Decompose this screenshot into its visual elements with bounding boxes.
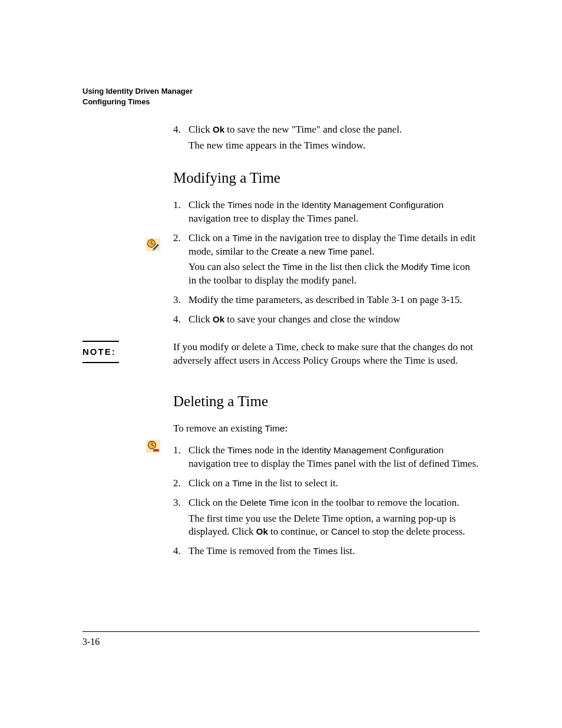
step-text: Click the Times node in the Identity Man… [189,444,480,471]
modify-time-icon [146,238,160,251]
running-head-line2: Configuring Times [82,97,480,107]
note-body: If you modify or delete a Time, check to… [173,341,480,368]
list-item: 4.Click Ok to save the new "Time" and cl… [173,123,480,153]
step-text: Click on a Time in the list to select it… [189,477,480,490]
step-number: 1. [173,444,189,471]
step-subtext: The first time you use the Delete Time o… [189,512,480,539]
list-item: 1.Click the Times node in the Identity M… [173,199,480,226]
list-item: 1.Click the Times node in the Identity M… [173,444,480,471]
step-number: 4. [173,123,189,153]
step-text: Modify the time parameters, as described… [189,294,480,307]
step-number: 4. [173,545,189,558]
step-number: 4. [173,313,189,327]
running-head-line1: Using Identity Driven Manager [82,86,480,97]
running-head: Using Identity Driven Manager Configurin… [82,86,480,107]
section-deleting-time: Deleting a Time To remove an existing Ti… [173,391,480,558]
step-number: 1. [173,199,189,226]
note-label: NOTE: [82,341,119,363]
step-text: Click the Times node in the Identity Man… [189,199,480,226]
step-text: Click Ok to save your changes and close … [189,313,480,327]
delete-time-icon [146,440,160,453]
step-text: The Time is removed from the Times list. [189,545,480,558]
list-item: 3.Modify the time parameters, as describ… [173,294,480,307]
delete-steps-list: 1.Click the Times node in the Identity M… [173,444,480,559]
page-number: 3-16 [82,637,100,647]
modify-steps-list: 1.Click the Times node in the Identity M… [173,199,480,327]
intro-steps-list: 4.Click Ok to save the new "Time" and cl… [173,123,480,153]
continuation-block: 4.Click Ok to save the new "Time" and cl… [173,123,480,153]
step-subtext: The new time appears in the Times window… [189,139,480,153]
list-item: 3.Click on the Delete Time icon in the t… [173,496,480,539]
list-item: 2.Click on a Time in the list to select … [173,477,480,490]
step-number: 3. [173,496,189,539]
list-item: 2.Click on a Time in the navigation tree… [173,232,480,288]
section-modifying-time: Modifying a Time 1.Click the Times node … [173,168,480,327]
delete-intro: To remove an existing Time: [173,422,480,436]
note-block: NOTE: If you modify or delete a Time, ch… [82,341,480,368]
list-item: 4.The Time is removed from the Times lis… [173,545,480,558]
page-footer: 3-16 [82,631,480,648]
step-text: Click on a Time in the navigation tree t… [189,232,480,288]
step-text: Click Ok to save the new "Time" and clos… [189,123,480,153]
document-page: Using Identity Driven Manager Configurin… [0,0,562,728]
svg-rect-6 [153,449,159,452]
heading-deleting-time: Deleting a Time [173,391,480,411]
note-label-wrap: NOTE: [82,341,173,363]
step-number: 2. [173,232,189,288]
step-number: 3. [173,294,189,307]
step-number: 2. [173,477,189,490]
heading-modifying-time: Modifying a Time [173,168,480,188]
step-text: Click on the Delete Time icon in the too… [189,496,480,539]
list-item: 4.Click Ok to save your changes and clos… [173,313,480,327]
step-subtext: You can also select the Time in the list… [189,261,480,288]
